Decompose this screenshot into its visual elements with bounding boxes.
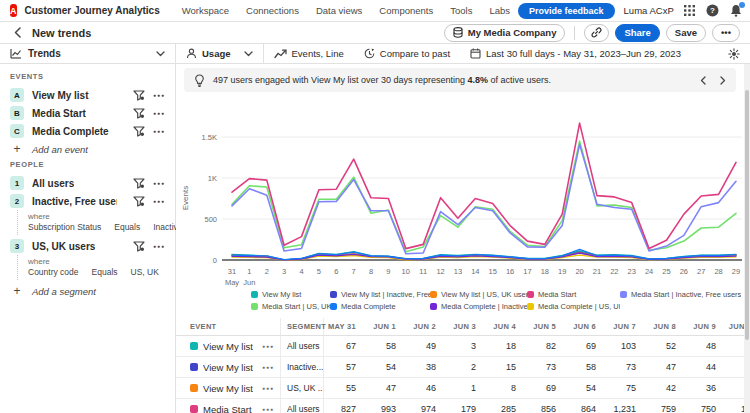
segment-name: Inactive... bbox=[287, 362, 323, 372]
chevron-down-icon bbox=[156, 51, 165, 57]
top-navigation: A Customer Journey Analytics WorkspaceCo… bbox=[0, 0, 750, 22]
nav-item-components[interactable]: Components bbox=[379, 5, 433, 16]
scrollbar-thumb[interactable] bbox=[745, 90, 749, 340]
legend-item-view-my-list[interactable]: View My list bbox=[251, 290, 330, 299]
legend-swatch bbox=[251, 291, 258, 298]
share-button[interactable]: Share bbox=[615, 24, 659, 42]
legend-item-view-my-list-us-uk-users[interactable]: View My list | US, UK users bbox=[430, 290, 527, 299]
filter-funnel-icon[interactable] bbox=[133, 108, 145, 119]
value-cell: 73 bbox=[604, 357, 644, 377]
event-row-media-start[interactable]: BMedia Start●●● bbox=[0, 104, 175, 122]
company-selector-button[interactable]: My Media Company bbox=[444, 24, 566, 42]
filter-funnel-icon[interactable] bbox=[133, 241, 145, 252]
x-tick-label: 24 bbox=[645, 267, 653, 276]
filter-funnel-icon[interactable] bbox=[133, 178, 145, 189]
legend-label: View My list | US, UK users bbox=[441, 290, 527, 299]
value-cell: 54 bbox=[564, 378, 604, 398]
left-rail: EVENTS AView My list●●●BMedia Start●●●CM… bbox=[0, 64, 176, 413]
back-button[interactable] bbox=[10, 26, 24, 40]
legend-label: Media Start bbox=[538, 290, 576, 299]
value-cell: 52 bbox=[644, 336, 684, 356]
calendar-icon bbox=[470, 48, 481, 59]
row-more-button[interactable]: ●●● bbox=[153, 243, 165, 249]
row-more-button[interactable]: ●●● bbox=[262, 406, 274, 412]
more-options-button[interactable]: ••• bbox=[712, 24, 740, 42]
nav-item-labs[interactable]: Labs bbox=[489, 5, 510, 16]
event-row-media-complete[interactable]: CMedia Complete●●● bbox=[0, 122, 175, 140]
help-icon[interactable]: ? bbox=[706, 4, 720, 18]
org-switcher[interactable]: Luma ACxP bbox=[624, 5, 674, 16]
panel-selector[interactable]: Trends bbox=[0, 44, 176, 63]
nav-item-data-views[interactable]: Data views bbox=[316, 5, 362, 16]
row-more-button[interactable]: ●●● bbox=[153, 198, 165, 204]
value-cell: 993 bbox=[364, 399, 404, 413]
value-cell: 47 bbox=[364, 378, 404, 398]
add-segment-button[interactable]: + Add a segment bbox=[0, 282, 175, 300]
legend-item-media-start-us-uk-users[interactable]: Media Start | US, UK users bbox=[251, 302, 330, 311]
date-range-button[interactable]: Last 30 full days - May 31, 2023–Jun 29,… bbox=[460, 44, 691, 63]
y-tick-label: 1K bbox=[208, 174, 217, 183]
date-column-header: JUN 6 bbox=[564, 318, 604, 335]
previous-insight-button[interactable] bbox=[700, 76, 706, 85]
trend-line-chart[interactable]: 05001K1.5KEvents311234567891011121314151… bbox=[176, 94, 750, 290]
segment-key-chip: 2 bbox=[10, 194, 24, 208]
view-toolbar: Trends Usage Events, Line Compare to pas… bbox=[0, 44, 750, 64]
value-cell: 759 bbox=[644, 399, 684, 413]
where-operator: Equals bbox=[92, 267, 118, 277]
x-tick-label: 8 bbox=[369, 267, 373, 276]
lightbulb-icon bbox=[194, 74, 205, 87]
row-more-button[interactable]: ●●● bbox=[262, 364, 274, 370]
legend-item-media-complete-inactive-fre[interactable]: Media Complete | Inactive, Fre... bbox=[430, 302, 527, 311]
add-event-button[interactable]: + Add an event bbox=[0, 140, 175, 158]
segment-row-all-users[interactable]: 1All users●●● bbox=[0, 174, 175, 192]
event-row-view-my-list[interactable]: AView My list●●● bbox=[0, 86, 175, 104]
provide-feedback-button[interactable]: Provide feedback bbox=[518, 3, 615, 19]
trend-report-area: 497 users engaged with View My list over… bbox=[176, 64, 750, 413]
row-more-button[interactable]: ●●● bbox=[262, 385, 274, 391]
nav-item-tools[interactable]: Tools bbox=[450, 5, 472, 16]
event-name: View My list bbox=[203, 341, 253, 352]
filter-funnel-icon[interactable] bbox=[133, 90, 145, 101]
link-icon bbox=[591, 27, 602, 38]
compare-to-past-button[interactable]: Compare to past bbox=[354, 44, 460, 63]
x-tick-label: 22 bbox=[610, 267, 618, 276]
x-tick-label: 26 bbox=[680, 267, 688, 276]
x-tick-label: 1 bbox=[247, 267, 251, 276]
chart-settings-icon[interactable] bbox=[728, 48, 750, 60]
chevron-down-icon bbox=[244, 51, 253, 57]
x-tick-label: 3 bbox=[282, 267, 286, 276]
next-insight-button[interactable] bbox=[720, 76, 726, 85]
adobe-logo[interactable]: A bbox=[10, 4, 17, 17]
nav-item-workspace[interactable]: Workspace bbox=[182, 5, 229, 16]
row-more-button[interactable]: ●●● bbox=[153, 110, 165, 116]
series-line-media-start-us-uk-users bbox=[232, 141, 736, 252]
page-title: New trends bbox=[32, 27, 91, 39]
legend-item-media-complete-us-uk-users[interactable]: Media Complete | US, UK users bbox=[527, 302, 620, 311]
usage-selector[interactable]: Usage bbox=[176, 44, 264, 63]
event-name: View My list bbox=[203, 383, 253, 394]
legend-item-media-start[interactable]: Media Start bbox=[527, 290, 620, 299]
legend-item-view-my-list-inactive-free-us[interactable]: View My list | Inactive, Free us... bbox=[330, 290, 430, 299]
chart-type-button[interactable]: Events, Line bbox=[264, 44, 354, 63]
nav-item-connections[interactable]: Connections bbox=[246, 5, 299, 16]
row-more-button[interactable]: ●●● bbox=[262, 343, 274, 349]
link-button[interactable] bbox=[584, 24, 609, 42]
value-cell: 15 bbox=[484, 357, 524, 377]
row-more-button[interactable]: ●●● bbox=[153, 128, 165, 134]
segment-name: US, UK ... bbox=[287, 383, 323, 393]
segment-row-inactive-free-users[interactable]: 2Inactive, Free users●●● bbox=[0, 192, 175, 210]
filter-funnel-icon[interactable] bbox=[133, 196, 145, 207]
row-more-button[interactable]: ●●● bbox=[153, 92, 165, 98]
segment-row-us-uk-users[interactable]: 3US, UK users●●● bbox=[0, 237, 175, 255]
x-tick-label: 25 bbox=[662, 267, 670, 276]
row-more-button[interactable]: ●●● bbox=[153, 180, 165, 186]
app-switcher-icon[interactable] bbox=[683, 4, 697, 18]
legend-item-media-start-inactive-free-users[interactable]: Media Start | Inactive, Free users bbox=[620, 290, 741, 299]
value-cell: 47 bbox=[644, 357, 684, 377]
notifications-bell-icon[interactable] bbox=[729, 4, 743, 18]
save-button[interactable]: Save bbox=[666, 24, 706, 42]
filter-funnel-icon[interactable] bbox=[133, 126, 145, 137]
legend-item-media-complete[interactable]: Media Complete bbox=[330, 302, 430, 311]
value-cell: 54 bbox=[364, 357, 404, 377]
legend-swatch bbox=[527, 303, 534, 310]
